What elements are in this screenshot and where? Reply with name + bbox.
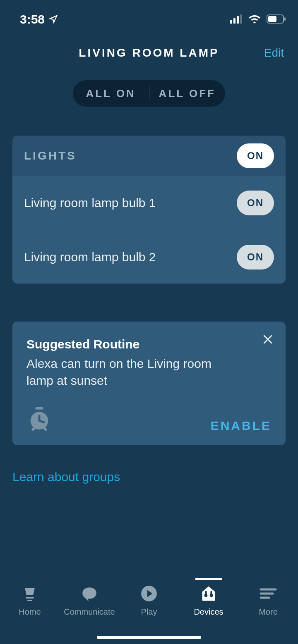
more-icon	[259, 584, 277, 603]
speech-bubble-icon	[81, 584, 98, 603]
lights-header: LIGHTS ON	[12, 136, 286, 176]
status-bar: 3:58	[0, 0, 298, 30]
tab-label: Communicate	[64, 607, 115, 617]
lights-card: LIGHTS ON Living room lamp bulb 1 ON Liv…	[12, 136, 286, 284]
svg-rect-7	[35, 407, 43, 410]
tab-label: Home	[19, 607, 41, 617]
tab-label: Devices	[194, 607, 223, 617]
cellular-icon	[230, 12, 243, 26]
svg-rect-0	[230, 20, 232, 24]
svg-point-12	[204, 594, 208, 597]
all-toggle-segment: ALL ON ALL OFF	[73, 80, 225, 107]
light-label: Living room lamp bulb 2	[24, 250, 156, 264]
tab-devices[interactable]: Devices	[179, 584, 238, 644]
tab-home[interactable]: Home	[0, 584, 60, 644]
screen-header: LIVING ROOM LAMP Edit	[0, 46, 298, 60]
close-icon[interactable]	[262, 333, 274, 347]
routine-description: Alexa can turn on the Living room lamp a…	[26, 355, 242, 389]
light-row[interactable]: Living room lamp bulb 2 ON	[12, 230, 286, 284]
lights-header-label: LIGHTS	[24, 149, 77, 162]
status-time: 3:58	[20, 12, 45, 26]
all-off-button[interactable]: ALL OFF	[149, 87, 226, 100]
home-indicator	[97, 636, 201, 639]
tab-bar: Home Communicate Play Devices	[0, 578, 298, 644]
tab-more[interactable]: More	[238, 584, 298, 644]
svg-rect-10	[27, 600, 32, 601]
tab-label: More	[259, 607, 278, 617]
light-toggle[interactable]: ON	[237, 191, 274, 215]
light-row[interactable]: Living room lamp bulb 1 ON	[12, 176, 286, 230]
light-toggle[interactable]: ON	[237, 245, 274, 270]
svg-rect-6	[284, 17, 286, 21]
wifi-icon	[248, 12, 261, 26]
light-label: Living room lamp bulb 1	[24, 196, 156, 210]
lights-master-toggle[interactable]: ON	[237, 143, 274, 168]
battery-icon	[267, 12, 286, 26]
svg-rect-9	[26, 597, 34, 599]
svg-rect-5	[268, 16, 276, 22]
play-icon	[140, 584, 158, 603]
all-on-button[interactable]: ALL ON	[73, 87, 149, 100]
tab-play[interactable]: Play	[119, 584, 179, 644]
svg-rect-3	[240, 14, 242, 24]
home-icon	[22, 584, 38, 603]
svg-point-13	[210, 594, 213, 597]
edit-button[interactable]: Edit	[264, 46, 284, 60]
routine-title: Suggested Routine	[26, 337, 272, 351]
learn-about-groups-link[interactable]: Learn about groups	[12, 470, 286, 484]
suggested-routine-card: Suggested Routine Alexa can turn on the …	[12, 322, 286, 445]
svg-rect-2	[237, 16, 239, 24]
svg-rect-1	[233, 18, 236, 24]
alarm-clock-icon	[26, 405, 52, 433]
tab-communicate[interactable]: Communicate	[60, 584, 119, 644]
devices-icon	[199, 584, 218, 603]
enable-routine-button[interactable]: ENABLE	[211, 419, 272, 433]
tab-label: Play	[141, 607, 157, 617]
page-title: LIVING ROOM LAMP	[0, 46, 298, 60]
location-icon	[49, 12, 58, 26]
